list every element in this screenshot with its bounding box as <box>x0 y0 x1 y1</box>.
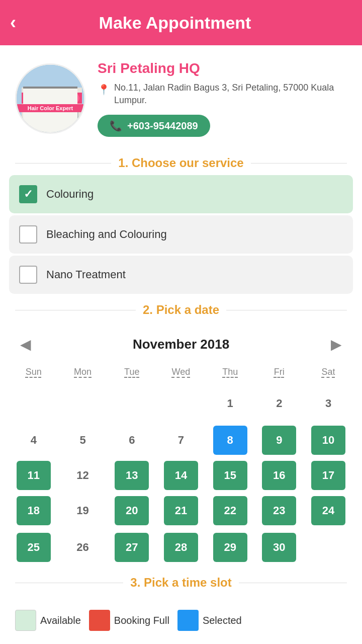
cal-cell-1-6[interactable]: 10 <box>304 423 353 458</box>
phone-button[interactable]: 📞 +603-95442089 <box>98 115 210 137</box>
cal-cell-1-0[interactable]: 4 <box>9 423 58 458</box>
next-month-button[interactable]: ▶ <box>325 334 348 355</box>
checkbox-colouring[interactable] <box>19 185 37 203</box>
service-item-colouring[interactable]: Colouring <box>9 175 353 213</box>
checkbox-nano[interactable] <box>19 266 37 284</box>
cal-cell-0-3 <box>156 384 206 423</box>
legend-full-label: Booking Full <box>114 615 169 626</box>
cal-cell-0-6[interactable]: 3 <box>304 384 353 423</box>
date-line-left <box>15 310 136 310</box>
checkbox-bleaching[interactable] <box>19 225 37 244</box>
svg-rect-1 <box>22 88 82 132</box>
legend-full-box <box>89 610 110 631</box>
salon-address-text: No.11, Jalan Radin Bagus 3, Sri Petaling… <box>114 82 347 107</box>
cal-cell-4-1[interactable]: 26 <box>58 528 108 567</box>
svg-rect-7 <box>64 106 78 120</box>
cal-cell-1-1[interactable]: 5 <box>58 423 108 458</box>
salon-image: Hair Color Expert <box>17 65 84 132</box>
service-section-title: 1. Choose our service <box>118 156 243 170</box>
svg-text:Hair Color Expert: Hair Color Expert <box>33 96 70 101</box>
legend-row: Available Booking Full Selected <box>15 610 347 631</box>
service-section-header: 1. Choose our service <box>0 147 362 175</box>
salon-avatar: Hair Color Expert <box>15 63 85 134</box>
cal-cell-2-6[interactable]: 17 <box>304 458 353 493</box>
salon-details: Sri Petaling HQ 📍 No.11, Jalan Radin Bag… <box>98 60 347 137</box>
cal-cell-4-3[interactable]: 28 <box>156 528 206 567</box>
service-label-bleaching: Bleaching and Colouring <box>46 228 167 241</box>
legend-available: Available <box>15 610 81 631</box>
cal-cell-0-2 <box>107 384 156 423</box>
cal-cell-2-1[interactable]: 12 <box>58 458 108 493</box>
svg-rect-2 <box>22 93 82 104</box>
calendar-grid: Sun Mon Tue Wed Thu Fri Sat 123456789101… <box>9 363 353 567</box>
timeslot-section-title: 3. Pick a time slot <box>130 576 231 590</box>
cal-cell-1-3[interactable]: 7 <box>156 423 206 458</box>
cal-cell-2-5[interactable]: 16 <box>255 458 304 493</box>
svg-rect-8 <box>43 124 61 132</box>
svg-rect-0 <box>17 65 84 132</box>
legend-available-box <box>15 610 36 631</box>
day-header-sat: Sat <box>304 363 353 384</box>
cal-cell-3-1[interactable]: 19 <box>58 493 108 528</box>
calendar-week-2: 11121314151617 <box>9 458 353 493</box>
day-header-wed: Wed <box>156 363 206 384</box>
cal-cell-3-0[interactable]: 18 <box>9 493 58 528</box>
cal-cell-3-4[interactable]: 22 <box>206 493 255 528</box>
cal-cell-3-2[interactable]: 20 <box>107 493 156 528</box>
calendar-nav: ◀ November 2018 ▶ <box>9 326 353 363</box>
day-header-mon: Mon <box>58 363 108 384</box>
calendar-month-label: November 2018 <box>133 337 229 352</box>
page-title: Make Appointment <box>21 13 329 33</box>
cal-cell-4-2[interactable]: 27 <box>107 528 156 567</box>
cal-cell-0-0 <box>9 384 58 423</box>
svg-rect-6 <box>45 106 59 120</box>
cal-cell-2-0[interactable]: 11 <box>9 458 58 493</box>
legend-available-label: Available <box>40 615 81 626</box>
prev-month-button[interactable]: ◀ <box>14 334 37 355</box>
calendar-section: ◀ November 2018 ▶ Sun Mon Tue Wed Thu Fr… <box>0 326 362 567</box>
cal-cell-4-5[interactable]: 30 <box>255 528 304 567</box>
cal-cell-2-3[interactable]: 14 <box>156 458 206 493</box>
cal-cell-1-4[interactable]: 8 <box>206 423 255 458</box>
calendar-week-1: 45678910 <box>9 423 353 458</box>
cal-cell-0-4[interactable]: 1 <box>206 384 255 423</box>
timeslot-section-header: 3. Pick a time slot <box>0 567 362 595</box>
time-line-left <box>15 583 123 583</box>
cal-cell-2-2[interactable]: 13 <box>107 458 156 493</box>
day-header-sun: Sun <box>9 363 58 384</box>
service-label-colouring: Colouring <box>46 188 94 201</box>
cal-cell-4-6 <box>304 528 353 567</box>
date-line-right <box>226 310 347 310</box>
cal-cell-3-5[interactable]: 23 <box>255 493 304 528</box>
legend-selected-box <box>177 610 199 631</box>
calendar-week-4: 252627282930 <box>9 528 353 567</box>
day-header-tue: Tue <box>107 363 156 384</box>
service-item-nano[interactable]: Nano Treatment <box>9 256 353 294</box>
cal-cell-4-0[interactable]: 25 <box>9 528 58 567</box>
salon-name: Sri Petaling HQ <box>98 60 347 76</box>
service-list: Colouring Bleaching and Colouring Nano T… <box>0 175 362 294</box>
cal-cell-1-2[interactable]: 6 <box>107 423 156 458</box>
cal-cell-3-3[interactable]: 21 <box>156 493 206 528</box>
service-item-bleaching[interactable]: Bleaching and Colouring <box>9 215 353 254</box>
legend-section: Available Booking Full Selected <box>0 595 362 641</box>
phone-icon: 📞 <box>110 120 122 132</box>
header-line-right <box>251 163 347 164</box>
location-icon: 📍 <box>98 83 110 97</box>
day-header-thu: Thu <box>206 363 255 384</box>
cal-cell-2-4[interactable]: 15 <box>206 458 255 493</box>
service-label-nano: Nano Treatment <box>46 268 126 281</box>
legend-selected-label: Selected <box>203 615 242 626</box>
cal-cell-0-5[interactable]: 2 <box>255 384 304 423</box>
salon-address: 📍 No.11, Jalan Radin Bagus 3, Sri Petali… <box>98 82 347 107</box>
cal-cell-1-5[interactable]: 9 <box>255 423 304 458</box>
cal-cell-0-1 <box>58 384 108 423</box>
date-section-header: 2. Pick a date <box>0 294 362 322</box>
day-header-fri: Fri <box>255 363 304 384</box>
cal-cell-4-4[interactable]: 29 <box>206 528 255 567</box>
salon-phone: +603-95442089 <box>127 120 198 132</box>
salon-info-section: Hair Color Expert Sri Petaling HQ 📍 No.1… <box>0 45 362 147</box>
back-button[interactable]: ‹ <box>10 12 16 33</box>
legend-selected: Selected <box>177 610 242 631</box>
cal-cell-3-6[interactable]: 24 <box>304 493 353 528</box>
